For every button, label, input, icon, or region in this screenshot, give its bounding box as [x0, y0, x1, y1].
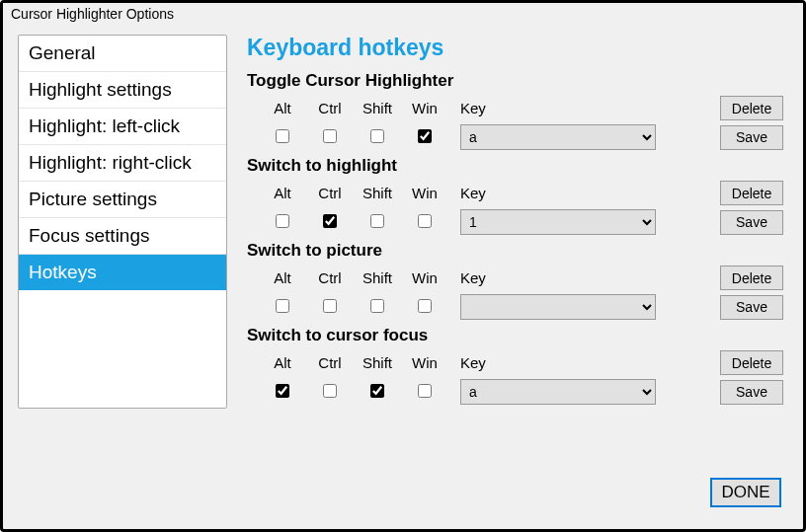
header-key: Key: [460, 269, 658, 286]
header-key: Key: [460, 185, 658, 201]
win-checkbox-2[interactable]: [418, 299, 432, 313]
header-row-1: Alt Ctrl Shift Win Key Delete: [247, 181, 783, 205]
sidebar-item-hotkeys[interactable]: Hotkeys: [19, 255, 226, 290]
alt-checkbox-3[interactable]: [276, 384, 289, 398]
header-shift: Shift: [354, 100, 401, 116]
input-row-2: Save: [247, 294, 783, 320]
key-select-3[interactable]: a: [460, 379, 656, 405]
shift-checkbox-1[interactable]: [370, 214, 384, 228]
sidebar-item-highlight-right-click[interactable]: Highlight: right-click: [19, 145, 226, 182]
header-win: Win: [401, 100, 448, 116]
save-button-0[interactable]: Save: [720, 125, 783, 150]
header-win: Win: [401, 269, 448, 286]
section-title-highlight: Switch to highlight: [247, 156, 783, 176]
sidebar-item-focus-settings[interactable]: Focus settings: [19, 218, 226, 255]
window-title: Cursor Highlighter Options: [3, 3, 803, 25]
header-key: Key: [460, 354, 658, 371]
sidebar-item-picture-settings[interactable]: Picture settings: [19, 182, 226, 218]
shift-checkbox-0[interactable]: [370, 129, 384, 143]
header-alt: Alt: [259, 354, 306, 371]
win-checkbox-0[interactable]: [418, 129, 432, 143]
header-row-0: Alt Ctrl Shift Win Key Delete: [247, 96, 783, 120]
ctrl-checkbox-2[interactable]: [323, 299, 337, 313]
header-alt: Alt: [259, 269, 306, 286]
options-window: Cursor Highlighter Options General Highl…: [0, 0, 806, 532]
sidebar-item-highlight-left-click[interactable]: Highlight: left-click: [19, 109, 226, 145]
delete-button-1[interactable]: Delete: [720, 181, 783, 205]
header-shift: Shift: [354, 269, 401, 286]
section-title-picture: Switch to picture: [247, 241, 783, 261]
header-shift: Shift: [354, 185, 401, 201]
input-row-3: a Save: [247, 379, 783, 405]
shift-checkbox-3[interactable]: [370, 384, 384, 398]
header-row-2: Alt Ctrl Shift Win Key Delete: [247, 266, 783, 290]
main-panel: Keyboard hotkeys Toggle Cursor Highlight…: [247, 35, 788, 409]
header-win: Win: [401, 354, 448, 371]
sidebar: General Highlight settings Highlight: le…: [18, 35, 227, 409]
ctrl-checkbox-0[interactable]: [323, 129, 337, 143]
header-win: Win: [401, 185, 448, 201]
save-button-2[interactable]: Save: [720, 295, 783, 320]
ctrl-checkbox-1[interactable]: [323, 214, 337, 228]
win-checkbox-3[interactable]: [418, 384, 432, 398]
header-ctrl: Ctrl: [306, 269, 354, 286]
header-row-3: Alt Ctrl Shift Win Key Delete: [247, 350, 783, 375]
header-ctrl: Ctrl: [306, 100, 354, 116]
header-shift: Shift: [354, 354, 401, 371]
sidebar-item-highlight-settings[interactable]: Highlight settings: [19, 72, 226, 109]
content-area: General Highlight settings Highlight: le…: [3, 25, 803, 418]
input-row-0: a Save: [247, 124, 783, 150]
delete-button-2[interactable]: Delete: [720, 266, 783, 290]
win-checkbox-1[interactable]: [418, 214, 432, 228]
save-button-1[interactable]: Save: [720, 210, 783, 235]
input-row-1: 1 Save: [247, 209, 783, 235]
done-button[interactable]: DONE: [710, 478, 781, 507]
header-ctrl: Ctrl: [306, 354, 354, 371]
sidebar-item-general[interactable]: General: [19, 36, 226, 72]
save-button-3[interactable]: Save: [720, 380, 783, 405]
section-title-toggle: Toggle Cursor Highlighter: [247, 71, 783, 91]
header-alt: Alt: [259, 100, 306, 116]
page-title: Keyboard hotkeys: [247, 35, 783, 61]
header-alt: Alt: [259, 185, 306, 201]
ctrl-checkbox-3[interactable]: [323, 384, 337, 398]
header-ctrl: Ctrl: [306, 185, 354, 201]
delete-button-3[interactable]: Delete: [720, 350, 783, 375]
key-select-2[interactable]: [460, 294, 656, 320]
key-select-0[interactable]: a: [460, 124, 656, 150]
alt-checkbox-1[interactable]: [276, 214, 289, 228]
header-key: Key: [460, 100, 658, 116]
shift-checkbox-2[interactable]: [370, 299, 384, 313]
alt-checkbox-0[interactable]: [276, 129, 289, 143]
section-title-cursor-focus: Switch to cursor focus: [247, 326, 783, 345]
alt-checkbox-2[interactable]: [276, 299, 289, 313]
delete-button-0[interactable]: Delete: [720, 96, 783, 120]
key-select-1[interactable]: 1: [460, 209, 656, 235]
